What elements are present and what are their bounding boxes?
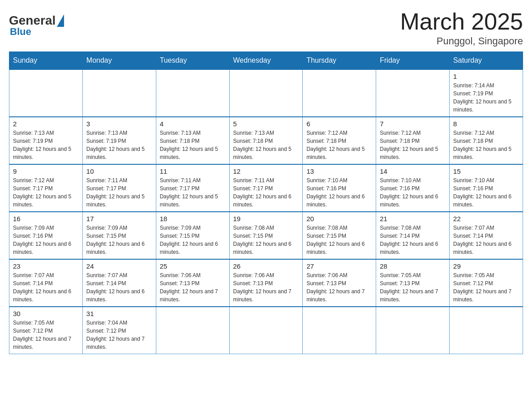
calendar-day-cell <box>229 307 303 354</box>
day-number: 27 <box>306 262 372 270</box>
day-number: 9 <box>13 167 79 175</box>
calendar-day-cell: 6Sunrise: 7:12 AM Sunset: 7:18 PM Daylig… <box>303 117 376 164</box>
calendar-day-cell: 24Sunrise: 7:07 AM Sunset: 7:14 PM Dayli… <box>82 259 156 307</box>
title-section: March 2025 Punggol, Singapore <box>400 9 523 47</box>
day-info: Sunrise: 7:12 AM Sunset: 7:17 PM Dayligh… <box>13 176 79 209</box>
day-number: 10 <box>86 167 152 175</box>
day-number: 3 <box>86 120 152 128</box>
day-info: Sunrise: 7:08 AM Sunset: 7:15 PM Dayligh… <box>233 224 299 256</box>
calendar-day-cell: 26Sunrise: 7:06 AM Sunset: 7:13 PM Dayli… <box>229 259 303 307</box>
day-number: 4 <box>160 120 226 128</box>
day-info: Sunrise: 7:13 AM Sunset: 7:18 PM Dayligh… <box>160 129 226 161</box>
day-info: Sunrise: 7:05 AM Sunset: 7:12 PM Dayligh… <box>453 271 519 304</box>
calendar-day-cell: 10Sunrise: 7:11 AM Sunset: 7:17 PM Dayli… <box>82 164 156 212</box>
calendar-day-cell: 20Sunrise: 7:08 AM Sunset: 7:15 PM Dayli… <box>303 212 376 259</box>
calendar-day-cell: 5Sunrise: 7:13 AM Sunset: 7:18 PM Daylig… <box>229 117 303 164</box>
day-number: 6 <box>306 120 372 128</box>
logo: General Blue <box>9 13 64 38</box>
day-info: Sunrise: 7:11 AM Sunset: 7:17 PM Dayligh… <box>160 176 226 209</box>
calendar-day-cell: 31Sunrise: 7:04 AM Sunset: 7:12 PM Dayli… <box>82 307 156 354</box>
calendar-day-header: Friday <box>376 52 450 70</box>
day-info: Sunrise: 7:13 AM Sunset: 7:19 PM Dayligh… <box>13 129 79 161</box>
calendar-day-cell <box>156 69 229 117</box>
day-number: 20 <box>306 215 372 223</box>
day-info: Sunrise: 7:07 AM Sunset: 7:14 PM Dayligh… <box>13 271 79 304</box>
calendar-day-header: Thursday <box>303 52 376 70</box>
day-number: 24 <box>86 262 152 270</box>
day-info: Sunrise: 7:12 AM Sunset: 7:18 PM Dayligh… <box>453 129 519 161</box>
day-number: 1 <box>453 73 519 80</box>
day-number: 14 <box>380 167 446 175</box>
day-number: 15 <box>453 167 519 175</box>
calendar-day-cell: 16Sunrise: 7:09 AM Sunset: 7:16 PM Dayli… <box>9 212 83 259</box>
day-info: Sunrise: 7:06 AM Sunset: 7:13 PM Dayligh… <box>306 271 372 304</box>
calendar-day-cell <box>82 69 156 117</box>
calendar-day-cell: 9Sunrise: 7:12 AM Sunset: 7:17 PM Daylig… <box>9 164 83 212</box>
day-info: Sunrise: 7:13 AM Sunset: 7:19 PM Dayligh… <box>86 129 152 161</box>
calendar-day-cell <box>376 307 450 354</box>
day-number: 12 <box>233 167 299 175</box>
calendar-day-cell <box>303 307 376 354</box>
calendar-day-header: Sunday <box>9 52 83 70</box>
day-info: Sunrise: 7:12 AM Sunset: 7:18 PM Dayligh… <box>306 129 372 161</box>
calendar-day-cell <box>9 69 83 117</box>
logo-blue-text: Blue <box>10 26 31 38</box>
day-info: Sunrise: 7:08 AM Sunset: 7:14 PM Dayligh… <box>380 224 446 256</box>
calendar-week-row: 1Sunrise: 7:14 AM Sunset: 7:19 PM Daylig… <box>9 69 523 117</box>
day-number: 30 <box>13 310 79 317</box>
calendar-day-cell: 3Sunrise: 7:13 AM Sunset: 7:19 PM Daylig… <box>82 117 156 164</box>
day-number: 19 <box>233 215 299 223</box>
day-info: Sunrise: 7:10 AM Sunset: 7:16 PM Dayligh… <box>306 176 372 209</box>
day-number: 17 <box>86 215 152 223</box>
day-number: 31 <box>86 310 152 317</box>
day-info: Sunrise: 7:09 AM Sunset: 7:15 PM Dayligh… <box>160 224 226 256</box>
calendar-day-header: Tuesday <box>156 52 229 70</box>
day-number: 25 <box>160 262 226 270</box>
day-number: 18 <box>160 215 226 223</box>
calendar-day-cell: 28Sunrise: 7:05 AM Sunset: 7:13 PM Dayli… <box>376 259 450 307</box>
day-info: Sunrise: 7:08 AM Sunset: 7:15 PM Dayligh… <box>306 224 372 256</box>
calendar-week-row: 16Sunrise: 7:09 AM Sunset: 7:16 PM Dayli… <box>9 212 523 259</box>
calendar-day-cell: 30Sunrise: 7:05 AM Sunset: 7:12 PM Dayli… <box>9 307 83 354</box>
calendar-day-cell <box>376 69 450 117</box>
day-info: Sunrise: 7:11 AM Sunset: 7:17 PM Dayligh… <box>86 176 152 209</box>
calendar-day-cell: 2Sunrise: 7:13 AM Sunset: 7:19 PM Daylig… <box>9 117 83 164</box>
calendar-day-cell: 27Sunrise: 7:06 AM Sunset: 7:13 PM Dayli… <box>303 259 376 307</box>
calendar-day-cell: 25Sunrise: 7:06 AM Sunset: 7:13 PM Dayli… <box>156 259 229 307</box>
day-number: 28 <box>380 262 446 270</box>
calendar-day-header: Wednesday <box>229 52 303 70</box>
calendar-day-cell: 12Sunrise: 7:11 AM Sunset: 7:17 PM Dayli… <box>229 164 303 212</box>
calendar-week-row: 30Sunrise: 7:05 AM Sunset: 7:12 PM Dayli… <box>9 307 523 354</box>
day-info: Sunrise: 7:04 AM Sunset: 7:12 PM Dayligh… <box>86 319 152 351</box>
calendar-day-cell <box>229 69 303 117</box>
logo-triangle-icon <box>57 14 64 27</box>
calendar-day-cell: 18Sunrise: 7:09 AM Sunset: 7:15 PM Dayli… <box>156 212 229 259</box>
day-info: Sunrise: 7:05 AM Sunset: 7:13 PM Dayligh… <box>380 271 446 304</box>
day-number: 29 <box>453 262 519 270</box>
calendar-day-cell: 22Sunrise: 7:07 AM Sunset: 7:14 PM Dayli… <box>450 212 523 259</box>
calendar-day-cell: 23Sunrise: 7:07 AM Sunset: 7:14 PM Dayli… <box>9 259 83 307</box>
calendar-day-cell <box>303 69 376 117</box>
page-header: General Blue March 2025 Punggol, Singapo… <box>9 9 523 47</box>
calendar-day-cell: 11Sunrise: 7:11 AM Sunset: 7:17 PM Dayli… <box>156 164 229 212</box>
day-number: 5 <box>233 120 299 128</box>
calendar-day-cell: 1Sunrise: 7:14 AM Sunset: 7:19 PM Daylig… <box>450 69 523 117</box>
calendar-day-cell: 8Sunrise: 7:12 AM Sunset: 7:18 PM Daylig… <box>450 117 523 164</box>
day-number: 7 <box>380 120 446 128</box>
location: Punggol, Singapore <box>400 35 523 47</box>
calendar-day-cell <box>450 307 523 354</box>
day-number: 23 <box>13 262 79 270</box>
day-number: 22 <box>453 215 519 223</box>
calendar-week-row: 9Sunrise: 7:12 AM Sunset: 7:17 PM Daylig… <box>9 164 523 212</box>
day-info: Sunrise: 7:14 AM Sunset: 7:19 PM Dayligh… <box>453 81 519 114</box>
calendar-week-row: 2Sunrise: 7:13 AM Sunset: 7:19 PM Daylig… <box>9 117 523 164</box>
calendar-day-cell: 29Sunrise: 7:05 AM Sunset: 7:12 PM Dayli… <box>450 259 523 307</box>
calendar-day-cell: 21Sunrise: 7:08 AM Sunset: 7:14 PM Dayli… <box>376 212 450 259</box>
day-info: Sunrise: 7:07 AM Sunset: 7:14 PM Dayligh… <box>86 271 152 304</box>
day-info: Sunrise: 7:09 AM Sunset: 7:15 PM Dayligh… <box>86 224 152 256</box>
day-number: 16 <box>13 215 79 223</box>
day-number: 13 <box>306 167 372 175</box>
calendar-week-row: 23Sunrise: 7:07 AM Sunset: 7:14 PM Dayli… <box>9 259 523 307</box>
day-number: 26 <box>233 262 299 270</box>
month-title: March 2025 <box>400 9 523 34</box>
